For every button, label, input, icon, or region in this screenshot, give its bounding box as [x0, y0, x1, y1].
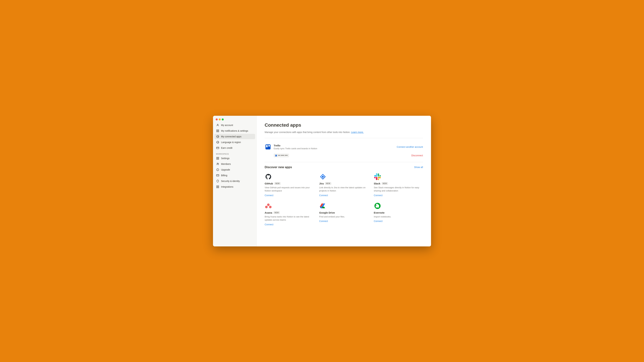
connect-another-account-link[interactable]: Connect another account — [397, 146, 423, 148]
svg-rect-26 — [276, 155, 277, 155]
show-all-link[interactable]: Show all — [414, 166, 423, 169]
divider — [265, 138, 423, 138]
trello-account-name: ••• ••••• •••• — [278, 154, 288, 157]
apps-grid: GitHub NEW View GitHub pull requests and… — [265, 172, 423, 227]
asana-badge: NEW — [274, 211, 280, 214]
svg-rect-16 — [216, 174, 219, 176]
asana-connect-link[interactable]: Connect — [265, 223, 273, 226]
svg-rect-23 — [268, 145, 270, 146]
close-button[interactable] — [216, 118, 218, 120]
svg-rect-1 — [216, 130, 217, 131]
billing-icon — [216, 174, 219, 177]
sidebar-item-earn-credit[interactable]: Earn credit — [214, 145, 255, 151]
sidebar-item-integrations[interactable]: Integrations — [214, 184, 255, 189]
svg-rect-4 — [218, 131, 219, 132]
google-drive-icon — [319, 202, 326, 209]
svg-rect-10 — [216, 159, 217, 159]
earn-credit-icon — [216, 146, 219, 150]
slack-app-card: Slack NEW See Slack messages directly in… — [374, 172, 423, 197]
google-drive-connect-link[interactable]: Connect — [319, 220, 328, 222]
svg-rect-25 — [276, 155, 276, 156]
settings-icon — [216, 157, 219, 160]
github-header: GitHub NEW — [265, 182, 314, 185]
evernote-connect-link[interactable]: Connect — [374, 220, 382, 222]
trello-details: Trello Easily sync Trello cards and boar… — [274, 144, 317, 150]
learn-more-link[interactable]: Learn more. — [351, 131, 364, 134]
jira-header: Jira NEW — [319, 182, 368, 185]
sidebar-item-upgrade[interactable]: Upgrade — [214, 167, 255, 172]
disconnect-link[interactable]: Disconnect — [412, 154, 423, 157]
svg-rect-8 — [216, 157, 217, 158]
sidebar-item-label: Settings — [221, 157, 230, 160]
jira-desc: Link directly to Jira to view the latest… — [319, 186, 368, 192]
sidebar-item-label: Upgrade — [221, 168, 230, 171]
svg-rect-2 — [218, 130, 219, 131]
svg-point-13 — [218, 163, 219, 164]
sidebar-item-label: My account — [221, 124, 233, 127]
svg-rect-3 — [216, 131, 217, 132]
slack-connect-link[interactable]: Connect — [374, 194, 382, 197]
asana-desc: Bring Asana tasks into Notion to see the… — [265, 215, 314, 222]
minimize-button[interactable] — [219, 118, 221, 120]
sidebar-item-label: Language & region — [221, 141, 241, 144]
svg-rect-18 — [218, 185, 219, 186]
divider-2 — [265, 162, 423, 162]
github-connect-link[interactable]: Connect — [265, 194, 273, 197]
evernote-desc: Import notebooks. — [374, 215, 423, 218]
asana-app-card: Asana NEW Bring Asana tasks into Notion … — [265, 201, 314, 227]
security-icon — [216, 180, 219, 183]
sidebar-item-label: Security & identity — [221, 180, 240, 182]
github-icon — [265, 173, 272, 181]
sidebar-item-label: My connected apps — [221, 135, 241, 138]
slack-badge: NEW — [382, 182, 388, 185]
sidebar: My account My notifications & settings M… — [213, 116, 256, 246]
github-app-card: GitHub NEW View GitHub pull requests and… — [265, 172, 314, 197]
upgrade-icon — [216, 168, 219, 171]
jira-icon — [319, 173, 326, 181]
sidebar-item-label: Billing — [221, 174, 227, 177]
account-icon — [216, 124, 219, 127]
google-drive-desc: Find and embed your files. — [319, 215, 368, 218]
sidebar-item-notifications[interactable]: My notifications & settings — [214, 128, 255, 134]
slack-icon — [374, 173, 381, 181]
svg-rect-22 — [266, 145, 268, 147]
sidebar-item-security[interactable]: Security & identity — [214, 179, 255, 184]
slack-header: Slack NEW — [374, 182, 423, 185]
sidebar-item-my-account[interactable]: My account — [214, 122, 255, 128]
asana-name: Asana — [265, 211, 272, 214]
trello-mini-icon — [275, 155, 277, 157]
trello-name: Trello — [274, 144, 317, 147]
sidebar-item-settings[interactable]: Settings — [214, 156, 255, 161]
trello-account-row: ••• ••••• •••• Disconnect — [265, 152, 423, 159]
trello-app-info: Trello Easily sync Trello cards and boar… — [265, 144, 317, 150]
jira-badge: NEW — [325, 182, 331, 185]
svg-point-0 — [217, 124, 218, 125]
sidebar-item-label: Integrations — [221, 185, 233, 188]
jira-connect-link[interactable]: Connect — [319, 194, 328, 197]
window-controls — [214, 118, 255, 122]
sidebar-item-billing[interactable]: Billing — [214, 173, 255, 178]
evernote-header: Evernote — [374, 211, 423, 214]
svg-point-12 — [217, 163, 218, 164]
google-drive-app-card: Google Drive Find and embed your files. … — [319, 201, 368, 227]
members-icon — [216, 162, 219, 166]
page-description: Manage your connections with apps that b… — [265, 131, 423, 134]
sidebar-item-label: Members — [221, 163, 231, 165]
jira-app-card: Jira NEW Link directly to Jira to view t… — [319, 172, 368, 197]
github-badge: NEW — [274, 182, 280, 185]
sidebar-item-members[interactable]: Members — [214, 161, 255, 167]
sidebar-item-label: Earn credit — [221, 147, 232, 149]
svg-point-28 — [267, 203, 270, 206]
sidebar-item-connected-apps[interactable]: My connected apps — [214, 134, 255, 139]
maximize-button[interactable] — [222, 118, 224, 120]
evernote-icon — [374, 202, 381, 209]
discover-header: Discover new apps Show all — [265, 166, 423, 169]
sidebar-item-language[interactable]: Language & region — [214, 140, 255, 145]
asana-icon — [265, 202, 272, 209]
notifications-icon — [216, 129, 219, 133]
evernote-name: Evernote — [374, 211, 384, 214]
trello-description: Easily sync Trello cards and boards in N… — [274, 147, 317, 150]
svg-rect-20 — [218, 187, 219, 188]
discover-title: Discover new apps — [265, 166, 292, 169]
integrations-icon — [216, 185, 219, 188]
